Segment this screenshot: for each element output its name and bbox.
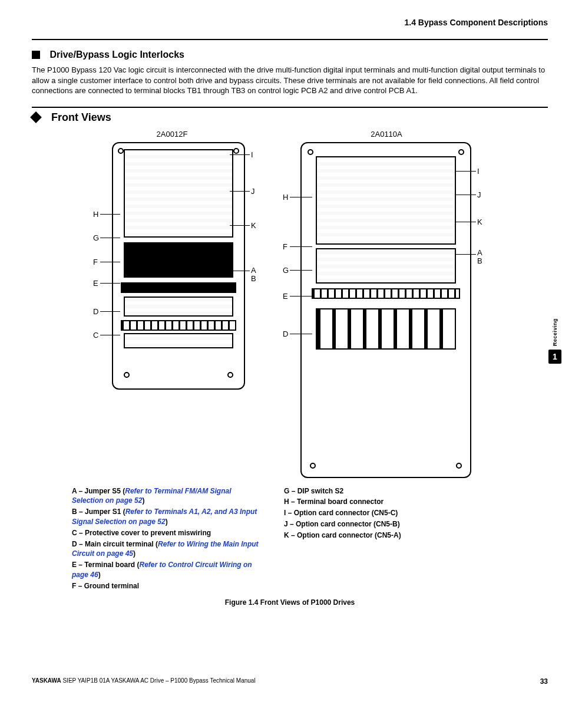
cross-reference-link[interactable]: Refer to Control Circuit Wiring on page … (72, 561, 252, 579)
figure-panel-2a0012f: 2A0012F H G F E D (84, 130, 260, 478)
callout-D: D (93, 307, 98, 316)
callout-G: G (93, 233, 99, 242)
callout-F: F (93, 258, 98, 266)
legend-item: I – Option card connector (CN5-C) (284, 508, 461, 518)
cross-reference-link[interactable]: Refer to Wiring the Main Input Circuit o… (72, 540, 259, 558)
callout-A: A (477, 248, 482, 257)
figure-caption: Figure 1.4 Front Views of P1000 Drives (32, 598, 548, 607)
callout-J: J (477, 190, 481, 199)
side-tab-chapter-number: 1 (548, 350, 561, 364)
legend-item: H – Terminal board connector (284, 497, 461, 507)
panel-title: 2A0012F (84, 130, 260, 139)
legend-item: C – Protective cover to prevent miswirin… (72, 528, 260, 538)
subsection-title: Drive/Bypass Logic Interlocks (49, 50, 184, 60)
figure-panel-2a0110a: 2A0110A H F G E D I (277, 130, 496, 478)
footer-manufacturer: YASKAWA (32, 677, 61, 684)
running-header: 1.4 Bypass Component Descriptions (32, 18, 548, 31)
legend-item: D – Main circuit terminal (Refer to Wiri… (72, 539, 260, 559)
callout-B: B (477, 256, 482, 265)
section-rule (32, 107, 548, 108)
cross-reference-link[interactable]: Refer to Terminal FM/AM Signal Selection… (72, 487, 232, 505)
callout-F: F (283, 242, 287, 251)
bullet-square-icon (32, 51, 40, 59)
figure-legend: A – Jumper S5 (Refer to Terminal FM/AM S… (72, 486, 508, 592)
legend-item: A – Jumper S5 (Refer to Terminal FM/AM S… (72, 486, 260, 506)
callout-J: J (251, 187, 255, 196)
chapter-side-tab: Receiving 1 (548, 318, 562, 364)
callout-K: K (477, 218, 482, 226)
callout-I: I (477, 167, 480, 176)
panel-title: 2A0110A (277, 130, 496, 139)
page-footer: YASKAWA SIEP YAIP1B 01A YASKAWA AC Drive… (32, 677, 548, 686)
callout-E: E (93, 279, 98, 288)
callout-I: I (251, 150, 253, 159)
legend-item: B – Jumper S1 (Refer to Terminals A1, A2… (72, 507, 260, 527)
footer-doc-title: SIEP YAIP1B 01A YASKAWA AC Drive – P1000… (61, 677, 256, 684)
drive-chassis (300, 142, 471, 478)
footer-page-number: 33 (540, 677, 548, 686)
side-tab-label: Receiving (552, 318, 558, 346)
callout-K: K (251, 221, 256, 230)
callout-H: H (93, 210, 98, 219)
callout-E: E (283, 292, 288, 301)
legend-item: J – Option card connector (CN5-B) (284, 519, 461, 529)
cross-reference-link[interactable]: Refer to Terminals A1, A2, and A3 Input … (72, 508, 257, 526)
callout-C: C (93, 331, 98, 340)
callout-H: H (283, 193, 288, 202)
legend-item: G – DIP switch S2 (284, 486, 461, 496)
header-rule (32, 39, 548, 40)
interlocks-body: The P1000 Bypass 120 Vac logic circuit i… (32, 65, 548, 96)
callout-A: A (251, 266, 256, 275)
section-title: Front Views (51, 111, 111, 123)
legend-right-column: G – DIP switch S2H – Terminal board conn… (284, 486, 461, 592)
legend-left-column: A – Jumper S5 (Refer to Terminal FM/AM S… (72, 486, 260, 592)
callout-G: G (283, 266, 289, 275)
legend-item: K – Option card connector (CN5-A) (284, 531, 461, 541)
drive-chassis (112, 142, 245, 390)
legend-item: E – Terminal board (Refer to Control Cir… (72, 560, 260, 580)
callout-D: D (283, 330, 288, 338)
subsection-interlocks-heading: Drive/Bypass Logic Interlocks (32, 50, 548, 60)
section-frontviews-heading: Front Views (32, 111, 548, 124)
callout-B: B (251, 274, 256, 283)
legend-item: F – Ground terminal (72, 581, 260, 591)
figure-front-views: 2A0012F H G F E D (32, 130, 548, 478)
bullet-diamond-icon (30, 111, 42, 123)
